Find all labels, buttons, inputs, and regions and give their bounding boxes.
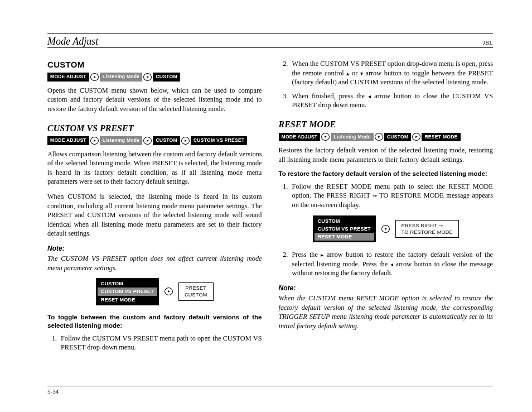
crumb-mode-adjust: MODE ADJUST bbox=[47, 73, 89, 81]
step-item: Press the ▸ arrow button to restore the … bbox=[290, 250, 494, 278]
chevron-right-icon: ▸ bbox=[90, 137, 99, 145]
page-header: Mode Adjust JBL bbox=[47, 36, 493, 48]
content-columns: CUSTOM MODE ADJUST ▸ Listening Mode ▸ CU… bbox=[47, 59, 493, 377]
chevron-right-icon: ▸ bbox=[181, 137, 190, 145]
chevron-right-icon: ▸ bbox=[321, 133, 330, 141]
breadcrumb-reset: MODE ADJUST ▸ Listening Mode ▸ CUSTOM ▸ … bbox=[279, 133, 494, 141]
note-body: The CUSTOM VS PRESET option does not aff… bbox=[47, 254, 262, 272]
osd-diagram-cvp: CUSTOM CUSTOM VS PRESET RESET MODE ▸ PRE… bbox=[47, 278, 262, 305]
chevron-right-icon: ▸ bbox=[412, 133, 420, 141]
step-item: Follow the RESET MODE menu path to selec… bbox=[290, 182, 494, 210]
crumb-cvp: CUSTOM VS PRESET bbox=[191, 136, 248, 145]
crumb-custom: CUSTOM bbox=[384, 133, 411, 141]
osd-diagram-reset: CUSTOM CUSTOM VS PRESET RESET MODE ▸ PRE… bbox=[279, 215, 494, 242]
step-item: When finished, press the ◂ arrow button … bbox=[290, 92, 494, 110]
chevron-right-icon: ▸ bbox=[143, 73, 152, 81]
osd-row: CUSTOM VS PRESET bbox=[315, 225, 374, 233]
paragraph: When CUSTOM is selected, the listening m… bbox=[47, 192, 262, 238]
right-column: When the CUSTOM VS PRESET option drop-do… bbox=[279, 59, 494, 377]
osd-row: RESET MODE bbox=[98, 296, 157, 304]
osd-row-selected: RESET MODE bbox=[315, 233, 374, 241]
instruction-heading: To toggle between the custom and factory… bbox=[47, 313, 262, 330]
paragraph: Restores the factory default version of … bbox=[279, 146, 494, 164]
crumb-mode-adjust: MODE ADJUST bbox=[47, 136, 89, 145]
instruction-heading: To restore the factory default version o… bbox=[279, 170, 494, 179]
osd-row: CUSTOM bbox=[98, 280, 157, 288]
page: Mode Adjust JBL CUSTOM MODE ADJUST ▸ Lis… bbox=[0, 0, 532, 412]
heading-custom-vs-preset: CUSTOM VS PRESET bbox=[47, 122, 262, 135]
crumb-reset-mode: RESET MODE bbox=[422, 133, 460, 141]
breadcrumb-custom: MODE ADJUST ▸ Listening Mode ▸ CUSTOM bbox=[47, 73, 262, 81]
crumb-listening-mode: Listening Mode bbox=[100, 73, 143, 81]
crumb-custom: CUSTOM bbox=[153, 136, 180, 145]
chevron-right-icon: ▸ bbox=[375, 133, 383, 141]
left-column: CUSTOM MODE ADJUST ▸ Listening Mode ▸ CU… bbox=[47, 59, 262, 377]
osd-row: CUSTOM bbox=[315, 217, 374, 225]
crumb-listening-mode: Listening Mode bbox=[100, 136, 143, 145]
paragraph: Opens the CUSTOM menu shown below, which… bbox=[47, 86, 262, 114]
header-title: Mode Adjust bbox=[47, 36, 98, 47]
rule-bottom bbox=[47, 386, 493, 386]
chevron-right-icon: ▸ bbox=[381, 225, 390, 233]
osd-menu: CUSTOM CUSTOM VS PRESET RESET MODE bbox=[313, 215, 376, 242]
step-item: Follow the CUSTOM VS PRESET menu path to… bbox=[59, 334, 262, 352]
osd-value-box: PRESS RIGHT ➙ TO RESTORE MODE bbox=[395, 220, 459, 238]
crumb-listening-mode: Listening Mode bbox=[331, 133, 374, 141]
osd-value-line: CUSTOM bbox=[185, 291, 207, 298]
breadcrumb-cvp: MODE ADJUST ▸ Listening Mode ▸ CUSTOM ▸ … bbox=[47, 136, 262, 145]
crumb-custom: CUSTOM bbox=[153, 73, 180, 81]
osd-value-box: PRESET CUSTOM bbox=[178, 282, 214, 300]
heading-reset-mode: RESET MODE bbox=[279, 118, 494, 131]
steps-list: Follow the CUSTOM VS PRESET menu path to… bbox=[47, 334, 262, 352]
page-number: 5-34 bbox=[47, 388, 493, 395]
steps-list-reset-cont: Press the ▸ arrow button to restore the … bbox=[279, 250, 494, 278]
arrow-right-icon: ➙ bbox=[373, 193, 377, 199]
steps-list-continued: When the CUSTOM VS PRESET option drop-do… bbox=[279, 59, 494, 110]
osd-value-line: PRESS RIGHT ➙ bbox=[402, 222, 453, 229]
note-label: Note: bbox=[279, 284, 494, 293]
step-item: When the CUSTOM VS PRESET option drop-do… bbox=[290, 59, 494, 87]
chevron-right-icon: ▸ bbox=[165, 288, 173, 295]
note-label: Note: bbox=[47, 244, 262, 253]
crumb-mode-adjust: MODE ADJUST bbox=[279, 133, 321, 141]
osd-row-selected: CUSTOM VS PRESET bbox=[98, 288, 157, 295]
paragraph: Allows comparison listening between the … bbox=[47, 150, 262, 186]
rule-top bbox=[47, 33, 493, 34]
chevron-right-icon: ▸ bbox=[90, 73, 99, 81]
heading-custom: CUSTOM bbox=[47, 59, 262, 70]
steps-list-reset: Follow the RESET MODE menu path to selec… bbox=[279, 182, 494, 210]
osd-value-line: TO RESTORE MODE bbox=[402, 229, 453, 236]
note-body: When the CUSTOM menu RESET MODE option i… bbox=[279, 294, 494, 330]
osd-menu: CUSTOM CUSTOM VS PRESET RESET MODE bbox=[96, 278, 159, 305]
chevron-right-icon: ▸ bbox=[143, 137, 152, 145]
osd-value-line: PRESET bbox=[185, 285, 207, 291]
header-brand: JBL bbox=[483, 40, 493, 46]
